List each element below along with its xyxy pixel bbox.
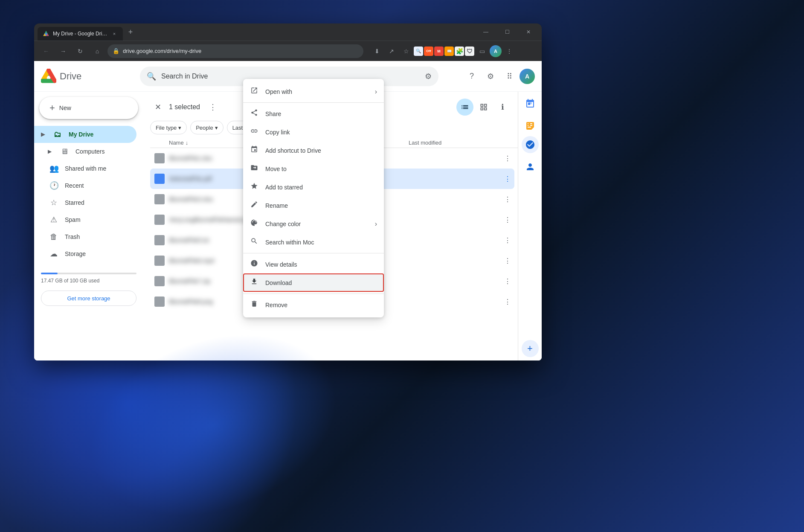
maximize-button[interactable]: ☐ bbox=[497, 25, 517, 39]
add-starred-label: Add to starred bbox=[265, 184, 377, 191]
menu-item-share[interactable]: Share bbox=[243, 105, 384, 123]
sidebar-item-my-drive[interactable]: ▶ 🗂 My Drive bbox=[34, 126, 136, 143]
info-button[interactable]: ℹ bbox=[494, 99, 511, 116]
mail-ext-icon[interactable]: M bbox=[434, 47, 444, 56]
tasks-panel-icon[interactable] bbox=[522, 136, 539, 153]
sidebar-item-shared[interactable]: 👥 Shared with me bbox=[34, 160, 136, 177]
new-button[interactable]: + New bbox=[39, 97, 138, 119]
sidebar-item-starred[interactable]: ☆ Starred bbox=[34, 194, 136, 211]
forward-button[interactable]: → bbox=[56, 44, 70, 58]
close-button[interactable]: ✕ bbox=[519, 25, 538, 39]
file-more-button[interactable]: ⋮ bbox=[501, 213, 514, 227]
search-ext-icon[interactable]: 🔍 bbox=[414, 47, 423, 56]
support-icon-btn[interactable]: ? bbox=[463, 68, 480, 85]
menu-item-change-color[interactable]: Change color › bbox=[243, 215, 384, 233]
file-more-button[interactable]: ⋮ bbox=[501, 192, 514, 206]
search-within-icon bbox=[250, 237, 258, 247]
file-more-button[interactable]: ⋮ bbox=[501, 254, 514, 267]
desktop: My Drive - Google Drive × + — ☐ ✕ ← → ↻ … bbox=[0, 0, 804, 532]
file-icon-wrap bbox=[150, 297, 169, 307]
menu-item-rename[interactable]: Rename bbox=[243, 196, 384, 215]
grid-view-button[interactable] bbox=[475, 99, 492, 116]
more-actions-button[interactable]: ⋮ bbox=[205, 99, 221, 115]
menu-item-add-shortcut[interactable]: Add shortcut to Drive bbox=[243, 141, 384, 160]
file-icon bbox=[154, 276, 165, 286]
sidebar-item-recent[interactable]: 🕐 Recent bbox=[34, 177, 136, 194]
file-more-button[interactable]: ⋮ bbox=[501, 295, 514, 308]
back-button[interactable]: ← bbox=[39, 44, 53, 58]
sidebar-shared-label: Shared with me bbox=[65, 165, 106, 172]
sidebar-item-trash[interactable]: 🗑 Trash bbox=[34, 228, 136, 245]
context-menu: Open with › Share bbox=[243, 79, 384, 317]
calendar-panel-icon[interactable]: 31 bbox=[522, 95, 539, 112]
change-color-arrow-icon: › bbox=[375, 220, 377, 228]
sidebar-storage-label: Storage bbox=[65, 250, 86, 257]
menu-item-remove[interactable]: Remove bbox=[243, 296, 384, 314]
get-more-storage-button[interactable]: Get more storage bbox=[41, 291, 136, 306]
menu-item-view-details[interactable]: View details bbox=[243, 255, 384, 273]
puzzle-ext-icon[interactable]: 🧩 bbox=[455, 47, 464, 56]
tab-close-button[interactable]: × bbox=[111, 30, 118, 37]
people-arrow: ▾ bbox=[215, 125, 218, 131]
people-label: People bbox=[196, 125, 213, 131]
apps-icon-btn[interactable]: ⠿ bbox=[501, 68, 518, 85]
bookmark-icon-btn[interactable]: ☆ bbox=[399, 44, 413, 58]
shared-icon: 👥 bbox=[49, 164, 58, 173]
active-tab[interactable]: My Drive - Google Drive × bbox=[38, 27, 123, 41]
kindle-ext-icon[interactable]: 📖 bbox=[444, 47, 454, 56]
file-more-button[interactable]: ⋮ bbox=[501, 233, 514, 247]
storage-section: 17.47 GB of 100 GB used bbox=[41, 269, 136, 284]
menu-item-add-starred[interactable]: Add to starred bbox=[243, 178, 384, 196]
menu-item-search-within[interactable]: Search within Moc bbox=[243, 233, 384, 251]
file-more-button[interactable]: ⋮ bbox=[501, 151, 514, 165]
share-icon-btn[interactable]: ↗ bbox=[385, 44, 398, 58]
menu-item-move-to[interactable]: Move to bbox=[243, 160, 384, 178]
contacts-panel-icon[interactable] bbox=[522, 158, 539, 175]
settings-icon-btn[interactable]: ⚙ bbox=[482, 68, 499, 85]
copy-link-icon bbox=[250, 127, 258, 137]
file-more-button[interactable]: ⋮ bbox=[501, 172, 514, 186]
sidebar-recent-label: Recent bbox=[65, 182, 84, 189]
security-icon: 🔒 bbox=[113, 48, 119, 54]
add-panel-icon[interactable]: + bbox=[522, 340, 539, 357]
shield-ext-icon[interactable]: 🛡 bbox=[465, 47, 474, 56]
menu-item-copy-link[interactable]: Copy link bbox=[243, 123, 384, 141]
list-view-button[interactable] bbox=[456, 99, 473, 116]
expand-arrow-computers-icon: ▶ bbox=[48, 148, 52, 154]
remove-icon bbox=[250, 300, 258, 310]
drive-logo-icon bbox=[41, 69, 56, 84]
minimize-button[interactable]: — bbox=[476, 25, 496, 39]
share-label: Share bbox=[265, 110, 377, 117]
file-more-button[interactable]: ⋮ bbox=[501, 274, 514, 288]
browser-menu-btn[interactable]: ⋮ bbox=[502, 44, 516, 58]
address-bar[interactable]: 🔒 drive.google.com/drive/my-drive bbox=[107, 44, 363, 58]
close-selection-button[interactable]: ✕ bbox=[150, 99, 165, 115]
menu-divider-3 bbox=[243, 294, 384, 294]
browser-toolbar: ⬇ ↗ ☆ 🔍 Off M 📖 🧩 🛡 ▭ A ⋮ bbox=[370, 44, 516, 58]
sidebar-toggle-btn[interactable]: ▭ bbox=[475, 44, 489, 58]
add-shortcut-icon bbox=[250, 145, 258, 155]
drive-logo: Drive bbox=[41, 69, 135, 84]
title-bar: My Drive - Google Drive × + — ☐ ✕ bbox=[34, 23, 542, 41]
file-type-filter[interactable]: File type ▾ bbox=[150, 121, 187, 134]
browser-profile-avatar[interactable]: A bbox=[490, 45, 502, 57]
menu-item-download[interactable]: Download bbox=[243, 273, 384, 292]
sidebar-item-storage[interactable]: ☁ Storage bbox=[34, 245, 136, 262]
new-tab-button[interactable]: + bbox=[125, 26, 136, 38]
tp-ext-icon[interactable]: Off bbox=[424, 47, 433, 56]
file-icon bbox=[154, 174, 165, 184]
sticky-notes-panel-icon[interactable] bbox=[522, 117, 539, 134]
people-filter[interactable]: People ▾ bbox=[190, 121, 223, 134]
file-type-label: File type bbox=[156, 125, 177, 131]
sidebar-item-computers[interactable]: ▶ 🖥 Computers bbox=[34, 143, 136, 160]
open-with-label: Open with bbox=[265, 88, 368, 95]
sidebar-item-spam[interactable]: ⚠ Spam bbox=[34, 211, 136, 228]
user-avatar[interactable]: A bbox=[520, 69, 535, 84]
add-starred-icon bbox=[250, 182, 258, 192]
home-button[interactable]: ⌂ bbox=[90, 44, 104, 58]
menu-item-open-with[interactable]: Open with › bbox=[243, 82, 384, 101]
window-controls: — ☐ ✕ bbox=[476, 25, 538, 39]
search-filter-icon[interactable]: ⚙ bbox=[425, 72, 432, 81]
reload-button[interactable]: ↻ bbox=[73, 44, 87, 58]
download-icon-btn[interactable]: ⬇ bbox=[370, 44, 384, 58]
